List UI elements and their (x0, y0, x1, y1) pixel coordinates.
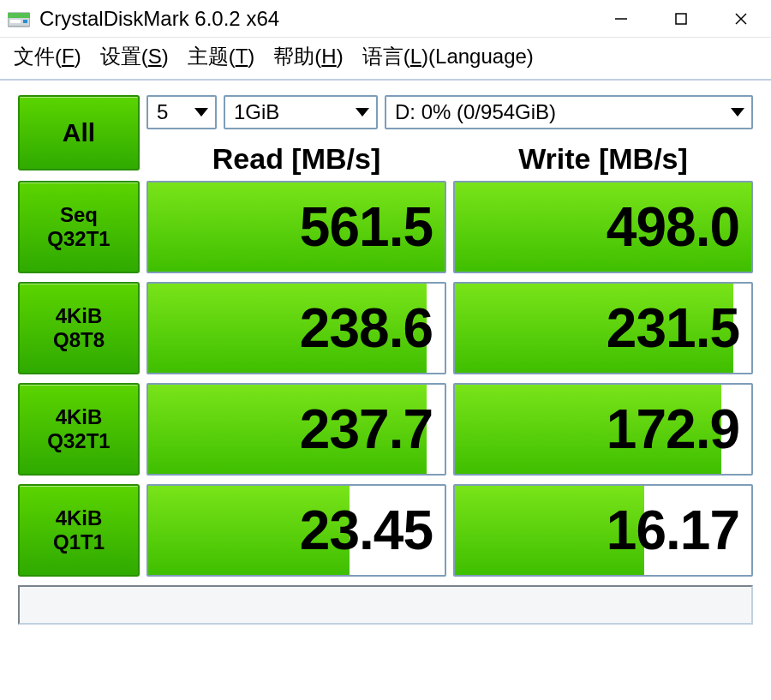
read-value: 23.45 (148, 486, 445, 575)
chevron-down-icon (731, 108, 744, 117)
maximize-button[interactable] (651, 0, 711, 37)
menu-help-key: H (321, 45, 336, 68)
minimize-button[interactable] (591, 0, 651, 37)
size-select[interactable]: 1GiB (224, 95, 378, 129)
header-read: Read [MB/s] (146, 137, 446, 176)
svg-rect-2 (10, 20, 21, 23)
content-area: All 5 1GiB D: 0% (0/954GiB) Read [MB/s] … (0, 81, 771, 636)
menu-file[interactable]: 文件(F) (14, 43, 81, 70)
read-value: 238.6 (148, 284, 445, 373)
window-title: CrystalDiskMark 6.0.2 x64 (39, 7, 591, 31)
drive-select[interactable]: D: 0% (0/954GiB) (385, 95, 753, 129)
menu-theme[interactable]: 主题(T) (188, 43, 255, 70)
svg-rect-3 (23, 20, 27, 23)
svg-rect-1 (8, 13, 30, 18)
header-spacer (18, 135, 140, 176)
chevron-down-icon (194, 108, 208, 117)
read-4kib-q1t1: 23.45 (146, 484, 446, 577)
read-4kib-q8t8: 238.6 (146, 282, 446, 374)
menubar: 文件(F) 设置(S) 主题(T) 帮助(H) 语言(L)(Language) (0, 38, 771, 81)
menu-theme-pre: 主题( (188, 45, 236, 68)
size-value: 1GiB (234, 100, 279, 124)
menu-settings-key: S (148, 45, 162, 68)
write-4kib-q32t1: 172.9 (453, 383, 753, 476)
read-seq-q32t1: 561.5 (146, 181, 446, 273)
write-value: 172.9 (455, 385, 751, 474)
run-4kib-q8t8-button[interactable]: 4KiB Q8T8 (18, 282, 140, 374)
menu-theme-post: ) (248, 45, 254, 68)
menu-theme-key: T (236, 45, 248, 68)
runs-select[interactable]: 5 (146, 95, 217, 129)
menu-help-pre: 帮助( (273, 45, 321, 68)
menu-file-post: ) (75, 45, 81, 68)
run-4kib-q32t1-button[interactable]: 4KiB Q32T1 (18, 383, 140, 476)
write-4kib-q8t8: 231.5 (453, 282, 753, 374)
menu-help[interactable]: 帮助(H) (273, 43, 343, 70)
write-value: 498.0 (455, 182, 751, 272)
drive-value: D: 0% (0/954GiB) (395, 100, 556, 124)
runs-value: 5 (157, 100, 168, 124)
result-row-seq-q32t1: Seq Q32T1 561.5 498.0 (18, 181, 753, 273)
write-4kib-q1t1: 16.17 (453, 484, 753, 577)
read-value: 237.7 (148, 385, 445, 474)
window-controls (591, 0, 771, 37)
result-row-4kib-q8t8: 4KiB Q8T8 238.6 231.5 (18, 282, 753, 374)
menu-file-key: F (62, 45, 75, 68)
write-value: 16.17 (455, 486, 751, 575)
chevron-down-icon (356, 108, 369, 117)
read-value: 561.5 (148, 182, 445, 272)
menu-settings[interactable]: 设置(S) (100, 43, 169, 70)
menu-settings-post: ) (162, 45, 169, 68)
menu-language[interactable]: 语言(L)(Language) (362, 43, 534, 70)
disk-icon (7, 9, 31, 28)
result-row-4kib-q1t1: 4KiB Q1T1 23.45 16.17 (18, 484, 753, 577)
close-button[interactable] (711, 0, 771, 37)
menu-lang-key: L (410, 45, 421, 68)
menu-settings-pre: 设置( (100, 45, 148, 68)
svg-rect-5 (676, 14, 686, 24)
menu-file-pre: 文件( (14, 45, 62, 68)
run-seq-q32t1-button[interactable]: Seq Q32T1 (18, 181, 140, 273)
menu-help-post: ) (337, 45, 344, 68)
menu-lang-post: )(Language) (421, 45, 534, 68)
titlebar: CrystalDiskMark 6.0.2 x64 (0, 0, 771, 38)
status-bar (18, 585, 753, 625)
result-row-4kib-q32t1: 4KiB Q32T1 237.7 172.9 (18, 383, 753, 476)
column-headers: Read [MB/s] Write [MB/s] (18, 135, 753, 176)
header-write: Write [MB/s] (453, 137, 753, 176)
menu-lang-pre: 语言( (362, 45, 410, 68)
write-value: 231.5 (455, 284, 751, 373)
read-4kib-q32t1: 237.7 (146, 383, 446, 476)
run-4kib-q1t1-button[interactable]: 4KiB Q1T1 (18, 484, 140, 577)
write-seq-q32t1: 498.0 (453, 181, 753, 273)
